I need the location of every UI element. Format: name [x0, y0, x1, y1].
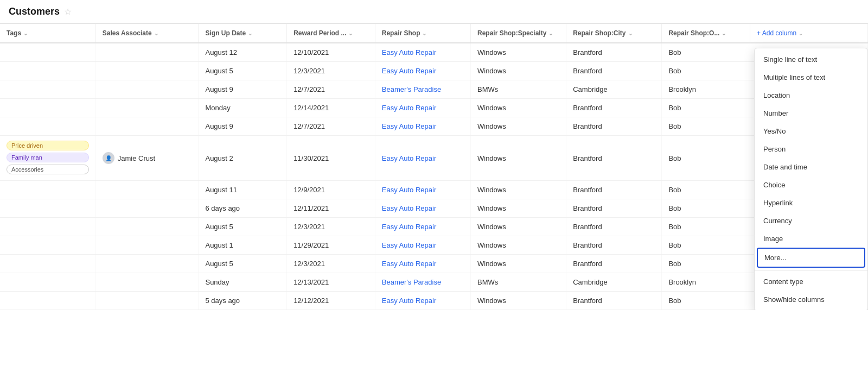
cell-city: Brantford — [566, 117, 662, 136]
cell-sales: 👤Jamie Crust — [95, 136, 199, 181]
shop-link[interactable]: Easy Auto Repair — [382, 223, 436, 231]
cell-signup: Monday — [199, 99, 287, 117]
cell-reward: 12/3/2021 — [287, 218, 375, 236]
star-icon[interactable]: ☆ — [64, 7, 72, 17]
dropdown-item-more[interactable]: More... — [757, 248, 865, 268]
col-header-sales[interactable]: Sales Associate ⌄ — [95, 24, 199, 43]
cell-city: Brantford — [566, 181, 662, 199]
dropdown-item-location[interactable]: Location — [755, 86, 867, 104]
cell-tags — [0, 181, 95, 199]
cell-signup: August 9 — [199, 117, 287, 136]
cell-shop[interactable]: Easy Auto Repair — [375, 43, 470, 62]
cell-shop[interactable]: Easy Auto Repair — [375, 199, 470, 218]
cell-tags — [0, 80, 95, 99]
col-header-reward[interactable]: Reward Period ... ⌄ — [287, 24, 375, 43]
dropdown-item-content-type[interactable]: Content type — [755, 273, 867, 291]
cell-shop[interactable]: Easy Auto Repair — [375, 181, 470, 199]
shop-link[interactable]: Easy Auto Repair — [382, 48, 436, 56]
dropdown-item-yes-no[interactable]: Yes/No — [755, 122, 867, 140]
cell-specialty: Windows — [470, 199, 566, 218]
cell-reward: 12/12/2021 — [287, 292, 375, 310]
col-header-tags[interactable]: Tags ⌄ — [0, 24, 95, 43]
cell-owner: Bob — [662, 181, 750, 199]
dropdown-menu: Single line of textMultiple lines of tex… — [754, 48, 868, 310]
cell-tags — [0, 117, 95, 136]
cell-specialty: Windows — [470, 218, 566, 236]
cell-shop[interactable]: Easy Auto Repair — [375, 62, 470, 80]
shop-link[interactable]: Easy Auto Repair — [382, 241, 436, 249]
shop-link[interactable]: Easy Auto Repair — [382, 104, 436, 112]
cell-city: Brantford — [566, 292, 662, 310]
table-container: Tags ⌄ Sales Associate ⌄ Sign Up Date ⌄ — [0, 24, 868, 310]
table-row: August 1212/10/2021Easy Auto RepairWindo… — [0, 43, 868, 62]
shop-link[interactable]: Easy Auto Repair — [382, 204, 436, 212]
cell-specialty: BMWs — [470, 80, 566, 99]
cell-shop[interactable]: Easy Auto Repair — [375, 255, 470, 273]
cell-reward: 12/14/2021 — [287, 99, 375, 117]
dropdown-item-date-time[interactable]: Date and time — [755, 158, 867, 176]
cell-tags — [0, 255, 95, 273]
table-row: 5 days ago12/12/2021Easy Auto RepairWind… — [0, 292, 868, 310]
cell-shop[interactable]: Easy Auto Repair — [375, 292, 470, 310]
page-title: Customers — [9, 6, 60, 17]
cell-city: Brantford — [566, 255, 662, 273]
table-row: August 512/3/2021Easy Auto RepairWindows… — [0, 62, 868, 80]
cell-tags — [0, 292, 95, 310]
shop-link[interactable]: Easy Auto Repair — [382, 186, 436, 194]
dropdown-item-image[interactable]: Image — [755, 230, 867, 248]
shop-link[interactable]: Easy Auto Repair — [382, 122, 436, 130]
shop-link[interactable]: Beamer's Paradise — [382, 278, 441, 286]
dropdown-divider — [755, 270, 867, 270]
cell-shop[interactable]: Easy Auto Repair — [375, 236, 470, 255]
cell-city: Brantford — [566, 136, 662, 181]
sales-associate-cell: 👤Jamie Crust — [103, 152, 192, 164]
cell-city: Brantford — [566, 62, 662, 80]
cell-specialty: Windows — [470, 136, 566, 181]
cell-sales — [95, 199, 199, 218]
dropdown-item-currency[interactable]: Currency — [755, 212, 867, 230]
col-header-owner[interactable]: Repair Shop:O... ⌄ — [662, 24, 750, 43]
shop-link[interactable]: Easy Auto Repair — [382, 154, 436, 162]
cell-city: Cambridge — [566, 273, 662, 292]
cell-owner: Bob — [662, 62, 750, 80]
dropdown-item-single-line[interactable]: Single line of text — [755, 51, 867, 68]
cell-reward: 12/11/2021 — [287, 199, 375, 218]
cell-sales — [95, 43, 199, 62]
col-header-signup[interactable]: Sign Up Date ⌄ — [199, 24, 287, 43]
cell-specialty: Windows — [470, 62, 566, 80]
table-row: Price drivenFamily manAccessories👤Jamie … — [0, 136, 868, 181]
cell-owner: Bob — [662, 236, 750, 255]
sort-icon-reward: ⌄ — [348, 30, 353, 36]
cell-shop[interactable]: Beamer's Paradise — [375, 273, 470, 292]
cell-shop[interactable]: Easy Auto Repair — [375, 99, 470, 117]
cell-sales — [95, 218, 199, 236]
cell-reward: 12/3/2021 — [287, 255, 375, 273]
shop-link[interactable]: Easy Auto Repair — [382, 260, 436, 268]
cell-tags — [0, 99, 95, 117]
cell-owner: Bob — [662, 218, 750, 236]
dropdown-item-number[interactable]: Number — [755, 104, 867, 122]
cell-shop[interactable]: Easy Auto Repair — [375, 136, 470, 181]
cell-signup: Sunday — [199, 273, 287, 292]
col-header-city[interactable]: Repair Shop:City ⌄ — [566, 24, 662, 43]
cell-signup: August 12 — [199, 43, 287, 62]
table-row: August 912/7/2021Beamer's ParadiseBMWsCa… — [0, 80, 868, 99]
dropdown-item-person[interactable]: Person — [755, 140, 867, 158]
col-header-specialty[interactable]: Repair Shop:Specialty ⌄ — [470, 24, 566, 43]
dropdown-item-hyperlink[interactable]: Hyperlink — [755, 194, 867, 212]
dropdown-item-show-hide[interactable]: Show/hide columns — [755, 291, 867, 308]
shop-link[interactable]: Easy Auto Repair — [382, 297, 436, 305]
col-header-add[interactable]: + Add column ⌄ — [750, 24, 868, 43]
cell-shop[interactable]: Easy Auto Repair — [375, 117, 470, 136]
shop-link[interactable]: Beamer's Paradise — [382, 85, 441, 93]
dropdown-item-multi-line[interactable]: Multiple lines of text — [755, 68, 867, 86]
cell-sales — [95, 292, 199, 310]
cell-shop[interactable]: Easy Auto Repair — [375, 218, 470, 236]
cell-specialty: Windows — [470, 181, 566, 199]
cell-tags — [0, 273, 95, 292]
col-header-shop[interactable]: Repair Shop ⌄ — [375, 24, 470, 43]
cell-shop[interactable]: Beamer's Paradise — [375, 80, 470, 99]
cell-reward: 11/29/2021 — [287, 236, 375, 255]
dropdown-item-choice[interactable]: Choice — [755, 176, 867, 194]
shop-link[interactable]: Easy Auto Repair — [382, 67, 436, 75]
